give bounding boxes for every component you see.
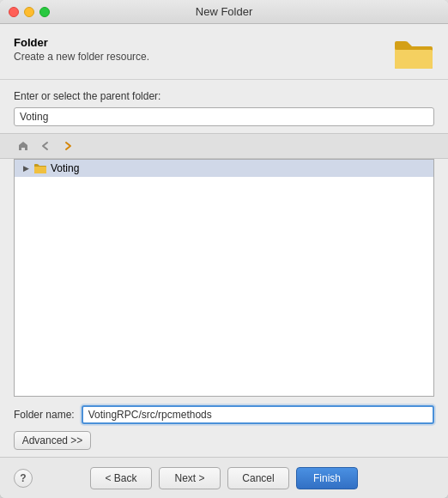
minimize-button[interactable] — [24, 7, 34, 17]
dialog-window: New Folder Folder Create a new folder re… — [0, 0, 448, 498]
next-button[interactable]: Next > — [159, 467, 221, 489]
back-nav-button[interactable] — [36, 137, 55, 155]
close-button[interactable] — [9, 7, 19, 17]
maximize-button[interactable] — [39, 7, 50, 17]
titlebar: New Folder — [0, 0, 448, 24]
tree-area[interactable]: ▶ Voting — [14, 159, 434, 397]
home-icon — [17, 140, 29, 152]
window-title: New Folder — [196, 5, 252, 18]
folder-icon-large — [393, 36, 434, 70]
bottom-bar: ? < Back Next > Cancel Finish — [0, 457, 448, 498]
advanced-button-row: Advanced >> — [14, 431, 434, 450]
forward-nav-button[interactable] — [58, 137, 77, 155]
back-nav-icon — [39, 140, 51, 152]
header-section: Folder Create a new folder resource. — [0, 24, 448, 80]
finish-button[interactable]: Finish — [296, 467, 358, 489]
dialog-subtitle: Create a new folder resource. — [14, 51, 149, 63]
forward-nav-icon — [62, 140, 74, 152]
parent-folder-input[interactable] — [14, 107, 434, 126]
header-text: Folder Create a new folder resource. — [14, 36, 149, 63]
back-button[interactable]: < Back — [90, 467, 152, 489]
folder-name-label: Folder name: — [14, 409, 75, 421]
tree-item-label: Voting — [51, 162, 79, 174]
bottom-form: Folder name: Advanced >> — [0, 397, 448, 457]
form-section: Enter or select the parent folder: — [0, 80, 448, 133]
tree-item[interactable]: ▶ Voting — [15, 160, 433, 177]
tree-folder-icon — [33, 162, 47, 174]
parent-folder-label: Enter or select the parent folder: — [14, 90, 434, 102]
help-button[interactable]: ? — [14, 469, 33, 488]
advanced-button[interactable]: Advanced >> — [14, 431, 91, 450]
nav-toolbar — [0, 133, 448, 159]
dialog-title: Folder — [14, 36, 149, 49]
folder-name-row: Folder name: — [14, 405, 434, 424]
cancel-button[interactable]: Cancel — [227, 467, 289, 489]
tree-arrow: ▶ — [21, 164, 30, 173]
home-button[interactable] — [14, 137, 33, 155]
traffic-lights — [9, 7, 50, 17]
dialog-content: Folder Create a new folder resource. Ent… — [0, 24, 448, 457]
folder-name-input[interactable] — [82, 405, 434, 424]
bottom-buttons: < Back Next > Cancel Finish — [90, 467, 358, 489]
